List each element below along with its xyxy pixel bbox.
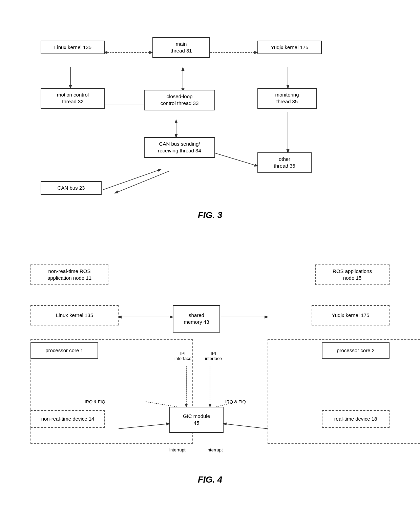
ros-app-label: ROS applicationsnode 15 <box>333 268 372 281</box>
monitoring-box: monitoringthread 35 <box>257 88 317 109</box>
yuqix-kernel-f4-box: Yuqix kernel 175 <box>312 305 390 325</box>
main-thread-label: mainthread 31 <box>170 41 192 54</box>
irq-fiq-2: IRQ & FIQ <box>225 399 246 404</box>
non-rt-device-box: non-real-time device 14 <box>30 410 105 428</box>
rt-device-label: real-time device 18 <box>334 416 377 422</box>
other-thread-box: otherthread 36 <box>257 152 312 173</box>
yuqix-kernel-label: Yuqix kernel 175 <box>271 44 309 50</box>
irq-fiq-1: IRQ & FIQ <box>85 399 105 404</box>
non-rt-ros-box: non-real-time ROSapplication node 11 <box>30 264 108 285</box>
gic-module-box: GIC module45 <box>169 407 224 433</box>
proc-core1-box: processor core 1 <box>30 342 98 359</box>
fig3-title: FIG. 3 <box>20 210 400 220</box>
yuqix-kernel-box: Yuqix kernel 175 <box>257 41 322 54</box>
non-rt-ros-label: non-real-time ROSapplication node 11 <box>47 268 91 281</box>
can-bus-sending-box: CAN bus sending/receiving thread 34 <box>144 137 215 158</box>
rt-device-box: real-time device 18 <box>322 410 390 428</box>
gic-module-label: GIC module45 <box>183 413 210 426</box>
irq-fiq-1-label: IRQ & FIQ <box>85 399 105 404</box>
ipi-interface-1-label: IPIinterface <box>174 351 191 361</box>
closed-loop-label: closed-loopcontrol thread 33 <box>161 93 199 106</box>
ipi-interface-2: IPIinterface <box>205 351 222 361</box>
interrupt-1-label: interrupt <box>169 447 186 452</box>
ipi-interface-2-label: IPIinterface <box>205 351 222 361</box>
can-bus-sending-label: CAN bus sending/receiving thread 34 <box>158 141 201 153</box>
proc-core1-label: processor core 1 <box>45 347 83 353</box>
can-bus-label: CAN bus 23 <box>58 185 85 191</box>
shared-memory-label: sharedmemory 43 <box>184 312 209 325</box>
closed-loop-box: closed-loopcontrol thread 33 <box>144 90 215 110</box>
linux-kernel-label: Linux kernel 135 <box>54 44 91 50</box>
proc-core2-label: processor core 2 <box>337 347 375 353</box>
fig4-title: FIG. 4 <box>20 474 400 485</box>
ros-app-box: ROS applicationsnode 15 <box>315 264 390 285</box>
shared-memory-box: sharedmemory 43 <box>173 305 220 333</box>
monitoring-label: monitoringthread 35 <box>275 92 299 104</box>
motion-control-label: motion controlthread 32 <box>57 92 89 104</box>
svg-line-9 <box>115 171 169 193</box>
interrupt-1: interrupt <box>169 447 186 452</box>
proc-core2-box: processor core 2 <box>322 342 390 359</box>
interrupt-2: interrupt <box>207 447 223 452</box>
other-thread-label: otherthread 36 <box>274 156 295 169</box>
motion-control-box: motion controlthread 32 <box>41 88 105 109</box>
linux-kernel-f4-box: Linux kernel 135 <box>30 305 119 325</box>
non-rt-device-label: non-real-time device 14 <box>41 416 94 422</box>
irq-fiq-2-label: IRQ & FIQ <box>225 399 246 404</box>
svg-line-18 <box>224 424 268 429</box>
svg-line-10 <box>103 169 161 190</box>
yuqix-kernel-f4-label: Yuqix kernel 175 <box>332 312 370 318</box>
linux-kernel-box: Linux kernel 135 <box>41 41 105 54</box>
ipi-interface-1: IPIinterface <box>174 351 191 361</box>
interrupt-2-label: interrupt <box>207 447 223 452</box>
svg-line-7 <box>213 152 257 166</box>
main-thread-box: mainthread 31 <box>152 37 210 58</box>
can-bus-box: CAN bus 23 <box>41 181 102 195</box>
linux-kernel-f4-label: Linux kernel 135 <box>56 312 93 318</box>
